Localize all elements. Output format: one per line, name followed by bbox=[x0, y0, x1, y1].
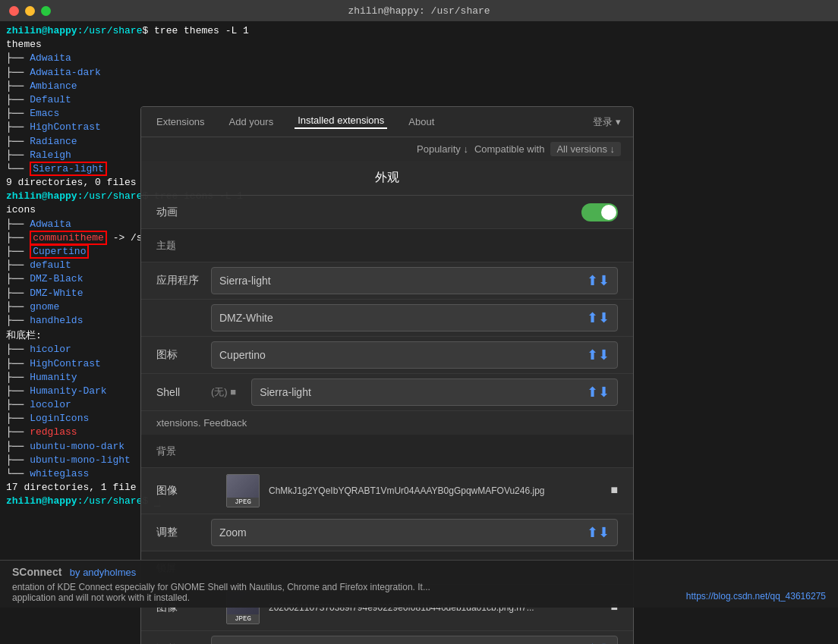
bg-adjust-arrow-icon: ⬆⬇ bbox=[587, 524, 610, 541]
app-theme-row: 应用程序 Sierra-light ⬆⬇ bbox=[141, 262, 633, 300]
icon-theme-value: Cupertino bbox=[219, 349, 266, 361]
shell-dropdown[interactable]: Sierra-light ⬆⬇ bbox=[251, 379, 618, 406]
nav-installed[interactable]: Installed extensions bbox=[295, 115, 387, 129]
jpeg-label: JPEG bbox=[227, 498, 259, 507]
panel-nav: Extensions Add yours Installed extension… bbox=[141, 107, 633, 137]
lock-adjust-arrow-icon: ⬆⬇ bbox=[587, 641, 610, 644]
animation-label: 动画 bbox=[156, 206, 217, 219]
nav-login[interactable]: 登录 ▾ bbox=[593, 115, 621, 129]
icon-arrow-icon: ⬆⬇ bbox=[587, 347, 610, 363]
bg-thumb-inner: JPEG bbox=[227, 475, 259, 507]
shell-value: Sierra-light bbox=[260, 386, 311, 398]
bg-filename: ChMkJ1g2YQeIbYQRABT1VmUr04AAAYB0gGpqwMAF… bbox=[269, 485, 601, 496]
terminal-line: ├── Default bbox=[6, 93, 832, 107]
app-theme-value: Sierra-light bbox=[219, 275, 271, 287]
app-theme-dropdown[interactable]: Sierra-light ⬆⬇ bbox=[211, 267, 618, 294]
terminal-line: zhilin@happy:/usr/share$ tree themes -L … bbox=[6, 24, 832, 38]
sort-popularity[interactable]: Popularity ↓ bbox=[417, 143, 468, 155]
sort-bar: Popularity ↓ Compatible with All version… bbox=[141, 137, 633, 161]
terminal-line: ├── Ambiance bbox=[6, 80, 832, 93]
nav-extensions[interactable]: Extensions bbox=[153, 116, 208, 127]
file-icon: ■ bbox=[610, 484, 618, 498]
bg-image-label: 图像 bbox=[156, 484, 217, 498]
nav-about[interactable]: About bbox=[405, 116, 437, 127]
title-bar: zhilin@happy: /usr/share bbox=[0, 0, 838, 21]
terminal-line: ├── Adwaita-dark bbox=[6, 66, 832, 80]
shell-theme-row: Shell (无) ■ Sierra-light ⬆⬇ bbox=[141, 374, 633, 411]
nav-add-yours[interactable]: Add yours bbox=[226, 116, 277, 127]
shell-note: (无) ■ bbox=[211, 385, 236, 399]
icon-theme-dropdown[interactable]: Cupertino ⬆⬇ bbox=[211, 341, 618, 369]
animation-row: 动画 bbox=[141, 196, 633, 229]
extension-name: SConnect bbox=[12, 566, 61, 578]
icon-theme-label: 图标 bbox=[156, 348, 202, 362]
dmz-dropdown[interactable]: DMZ-White ⬆⬇ bbox=[211, 304, 618, 331]
background-image-row: 图像 JPEG ChMkJ1g2YQeIbYQRABT1VmUr04AAAYB0… bbox=[141, 468, 633, 514]
dmz-row: DMZ-White ⬆⬇ bbox=[141, 300, 633, 337]
terminal-line: themes bbox=[6, 38, 832, 52]
window-title: zhilin@happy: /usr/share bbox=[348, 5, 490, 17]
lock-adjust-dropdown[interactable]: Zoom ⬆⬇ bbox=[211, 636, 618, 644]
bg-adjust-label: 调整 bbox=[156, 526, 202, 539]
lock-jpeg-label: JPEG bbox=[227, 614, 259, 624]
extensions-feedback: xtensions. Feedback bbox=[141, 411, 633, 435]
toggle-knob bbox=[601, 205, 616, 220]
extension-author[interactable]: by andyholmes bbox=[70, 567, 136, 578]
shell-arrow-icon: ⬆⬇ bbox=[587, 384, 610, 401]
theme-label: 主题 bbox=[156, 239, 176, 253]
maximize-button[interactable] bbox=[41, 6, 51, 16]
terminal-window: zhilin@happy: /usr/share zhilin@happy:/u… bbox=[0, 0, 838, 644]
shell-label: Shell bbox=[156, 386, 202, 398]
theme-section-header: 主题 bbox=[141, 229, 633, 262]
app-theme-arrow-icon: ⬆⬇ bbox=[587, 272, 610, 289]
lock-adjust-row: 调整 Zoom ⬆⬇ bbox=[141, 631, 633, 644]
background-label: 背景 bbox=[156, 445, 176, 458]
minimize-button[interactable] bbox=[25, 6, 35, 16]
panel-header: 外观 bbox=[141, 161, 633, 196]
close-button[interactable] bbox=[9, 6, 19, 16]
bg-adjust-value: Zoom bbox=[219, 526, 247, 539]
bg-adjust-row: 调整 Zoom ⬆⬇ bbox=[141, 514, 633, 551]
sort-compatible: Compatible with bbox=[474, 143, 545, 155]
bg-adjust-dropdown[interactable]: Zoom ⬆⬇ bbox=[211, 519, 618, 546]
app-theme-label: 应用程序 bbox=[156, 274, 202, 287]
terminal-line: ├── Adwaita bbox=[6, 52, 832, 65]
background-section: 背景 bbox=[141, 435, 633, 468]
animation-toggle[interactable] bbox=[581, 203, 618, 221]
icon-theme-row: 图标 Cupertino ⬆⬇ bbox=[141, 337, 633, 374]
extension-url[interactable]: https://blog.csdn.net/qq_43616275 bbox=[686, 591, 826, 602]
dmz-arrow-icon: ⬆⬇ bbox=[587, 309, 610, 326]
extensions-text: xtensions. Feedback bbox=[156, 417, 247, 429]
sort-versions[interactable]: All versions ↓ bbox=[550, 142, 621, 156]
dmz-value: DMZ-White bbox=[219, 312, 273, 324]
window-controls bbox=[9, 6, 51, 16]
bg-thumbnail: JPEG bbox=[226, 474, 260, 507]
extension-bar: SConnect by andyholmes entation of KDE C… bbox=[0, 560, 838, 608]
